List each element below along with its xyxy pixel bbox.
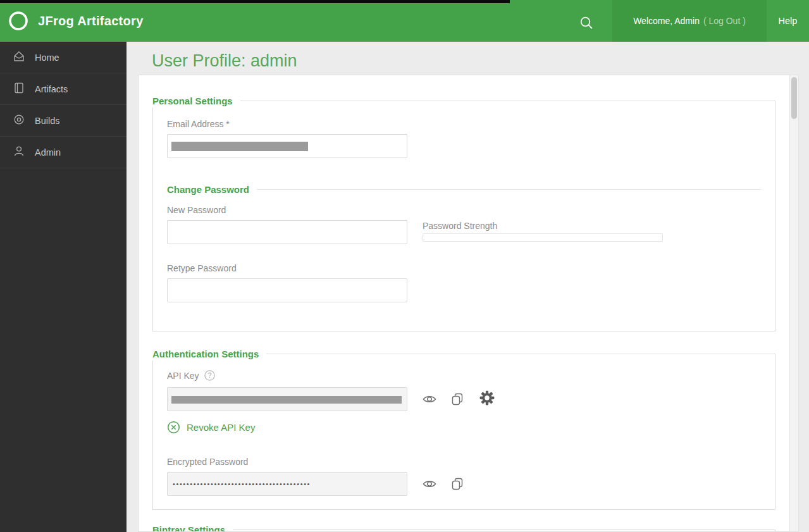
builds-icon: [13, 113, 25, 128]
scrollbar-thumb[interactable]: [791, 77, 797, 119]
authentication-settings-section: Authentication Settings API Key ?: [152, 354, 775, 510]
sidebar-item-admin[interactable]: Admin: [0, 137, 127, 168]
top-black-strip: [0, 0, 510, 3]
help-link[interactable]: Help: [767, 0, 809, 42]
bintray-settings-section: Bintray Settings: [152, 529, 775, 532]
sidebar-item-builds[interactable]: Builds: [0, 105, 127, 137]
api-key-show-eye-icon[interactable]: [422, 392, 437, 407]
api-key-copy-icon[interactable]: [450, 392, 464, 406]
api-key-help-icon[interactable]: ?: [204, 370, 215, 381]
password-strength-meter: [423, 233, 663, 242]
email-address-label: Email Address *: [167, 119, 230, 129]
brand-title[interactable]: JFrog Artifactory: [38, 0, 144, 42]
retype-password-label: Retype Password: [167, 263, 237, 273]
retype-password-input[interactable]: [167, 278, 407, 302]
encrypted-password-label: Encrypted Password: [167, 457, 248, 467]
personal-settings-section: Personal Settings Email Address * Change…: [152, 101, 775, 331]
top-header: JFrog Artifactory Welcome, Admin ( Log O…: [0, 0, 809, 42]
email-address-input[interactable]: [167, 134, 407, 158]
sidebar: Home Artifacts Builds Admin: [0, 42, 127, 532]
welcome-block: Welcome, Admin ( Log Out ): [612, 0, 767, 42]
sidebar-item-label: Artifacts: [35, 84, 68, 94]
bintray-settings-heading: Bintray Settings: [152, 524, 233, 532]
new-password-input[interactable]: [167, 220, 407, 244]
svg-text:?: ?: [207, 372, 211, 379]
change-password-heading-row: Change Password: [167, 184, 761, 195]
sidebar-item-artifacts[interactable]: Artifacts: [0, 73, 127, 105]
authentication-settings-heading: Authentication Settings: [152, 348, 266, 361]
encrypted-password-show-eye-icon[interactable]: [422, 476, 437, 492]
sidebar-item-label: Home: [35, 53, 59, 63]
sidebar-item-home[interactable]: Home: [0, 42, 127, 73]
jfrog-logo-icon[interactable]: [6, 9, 30, 33]
api-key-redaction: [171, 396, 402, 404]
home-icon: [13, 50, 25, 65]
welcome-text: Welcome, Admin: [633, 16, 700, 26]
encrypted-password-copy-icon[interactable]: [450, 477, 464, 491]
admin-icon: [13, 145, 25, 159]
api-key-regenerate-gear-icon[interactable]: [479, 390, 495, 406]
personal-settings-heading: Personal Settings: [152, 95, 240, 108]
page-title: User Profile: admin: [152, 51, 297, 71]
password-strength-label: Password Strength: [423, 221, 497, 231]
revoke-api-key-button[interactable]: Revoke API Key: [167, 421, 255, 434]
email-redaction: [171, 142, 308, 151]
encrypted-password-input[interactable]: [167, 472, 407, 496]
api-key-label: API Key: [167, 371, 199, 381]
revoke-api-key-label: Revoke API Key: [187, 422, 255, 433]
artifacts-icon: [13, 82, 25, 96]
vertical-scrollbar[interactable]: [789, 75, 799, 532]
search-icon[interactable]: [578, 15, 596, 32]
new-password-label: New Password: [167, 205, 226, 215]
api-key-input[interactable]: [167, 387, 407, 411]
change-password-heading: Change Password: [167, 184, 249, 195]
api-key-label-row: API Key ?: [167, 370, 215, 381]
sidebar-item-label: Admin: [35, 147, 61, 158]
main-content: User Profile: admin Personal Settings Em…: [127, 42, 809, 532]
logout-link[interactable]: ( Log Out ): [703, 16, 746, 26]
revoke-x-circle-icon: [167, 421, 180, 434]
heading-rule: [257, 189, 761, 190]
screen: { "colors": { "header_green": "#44a248",…: [0, 0, 809, 532]
sidebar-item-label: Builds: [35, 116, 60, 126]
profile-panel: Personal Settings Email Address * Change…: [138, 75, 789, 532]
